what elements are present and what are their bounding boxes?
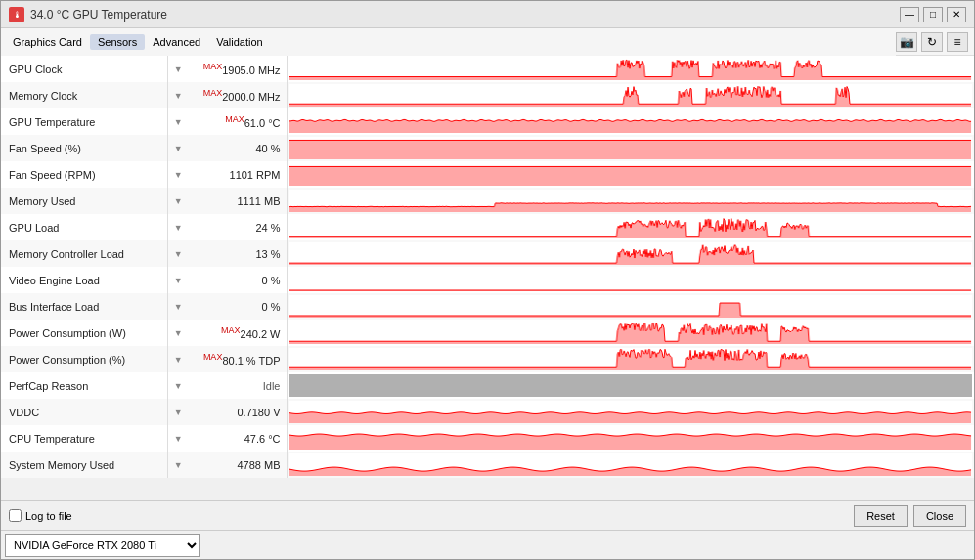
sensor-value: 1101 RPM: [189, 161, 287, 188]
reset-button[interactable]: Reset: [854, 505, 908, 527]
camera-button[interactable]: 📷: [896, 32, 917, 52]
table-row: Power Consumption (%)▼MAX80.1 % TDP: [1, 346, 974, 372]
sensor-dropdown[interactable]: ▼: [167, 399, 189, 425]
sensor-graph: [287, 425, 974, 452]
sensor-value: MAX61.0 °C: [189, 108, 287, 135]
sensor-dropdown[interactable]: ▼: [167, 188, 189, 214]
sensor-graph: [287, 372, 974, 399]
bottom-bar: Log to file Reset Close: [1, 500, 974, 530]
close-app-button[interactable]: Close: [913, 505, 966, 527]
sensor-dropdown[interactable]: ▼: [167, 56, 189, 82]
sensor-name: GPU Load: [1, 214, 167, 240]
refresh-button[interactable]: ↻: [921, 32, 943, 52]
menu-item-validation[interactable]: Validation: [208, 34, 271, 50]
table-row: VDDC▼0.7180 V: [1, 399, 974, 425]
sensor-graph: [287, 320, 974, 346]
sensor-dropdown[interactable]: ▼: [167, 425, 189, 452]
menu-item-graphics-card[interactable]: Graphics Card: [5, 34, 90, 50]
sensor-graph: [287, 240, 974, 267]
sensor-value: MAX80.1 % TDP: [189, 346, 287, 372]
sensor-value: 47.6 °C: [189, 425, 287, 452]
sensor-name: Memory Used: [1, 188, 167, 214]
table-row: System Memory Used▼4788 MB: [1, 452, 974, 478]
sensor-dropdown[interactable]: ▼: [167, 135, 189, 161]
menu-bar: Graphics Card Sensors Advanced Validatio…: [1, 28, 896, 56]
window-title: 34.0 °C GPU Temperature: [30, 8, 900, 22]
sensor-graph: [287, 214, 974, 240]
sensor-dropdown[interactable]: ▼: [167, 372, 189, 399]
sensor-dropdown[interactable]: ▼: [167, 108, 189, 135]
sensor-dropdown[interactable]: ▼: [167, 161, 189, 188]
close-button[interactable]: ✕: [947, 7, 966, 22]
sensor-name: PerfCap Reason: [1, 372, 167, 399]
sensor-dropdown[interactable]: ▼: [167, 267, 189, 293]
sensor-name: GPU Temperature: [1, 108, 167, 135]
table-row: Fan Speed (RPM)▼1101 RPM: [1, 161, 974, 188]
menu-item-advanced[interactable]: Advanced: [145, 34, 208, 50]
log-to-file-label: Log to file: [25, 510, 72, 522]
sensor-value: MAX1905.0 MHz: [189, 56, 287, 82]
sensor-dropdown[interactable]: ▼: [167, 346, 189, 372]
table-row: GPU Temperature▼MAX61.0 °C: [1, 108, 974, 135]
sensor-value: 1111 MB: [189, 188, 287, 214]
sensor-name: Fan Speed (%): [1, 135, 167, 161]
table-row: Fan Speed (%)▼40 %: [1, 135, 974, 161]
sensor-name: CPU Temperature: [1, 425, 167, 452]
sensor-name: Memory Clock: [1, 82, 167, 108]
title-bar-buttons: — □ ✕: [900, 7, 966, 22]
sensor-value: 24 %: [189, 214, 287, 240]
sensors-table: GPU Clock▼MAX1905.0 MHzMemory Clock▼MAX2…: [1, 56, 974, 500]
table-row: CPU Temperature▼47.6 °C: [1, 425, 974, 452]
sensor-name: Fan Speed (RPM): [1, 161, 167, 188]
menu-item-sensors[interactable]: Sensors: [90, 34, 145, 50]
sensor-name: GPU Clock: [1, 56, 167, 82]
sensor-dropdown[interactable]: ▼: [167, 320, 189, 346]
log-to-file-checkbox[interactable]: [9, 509, 22, 522]
sensor-name: Memory Controller Load: [1, 240, 167, 267]
sensor-graph: [287, 82, 974, 108]
sensor-value: 40 %: [189, 135, 287, 161]
sensor-value: 4788 MB: [189, 452, 287, 478]
table-row: Memory Used▼1111 MB: [1, 188, 974, 214]
table-row: Video Engine Load▼0 %: [1, 267, 974, 293]
sensor-graph: [287, 293, 974, 320]
title-bar: 🌡 34.0 °C GPU Temperature — □ ✕: [1, 1, 974, 28]
maximize-button[interactable]: □: [923, 7, 943, 22]
sensor-name: VDDC: [1, 399, 167, 425]
table-row: Bus Interface Load▼0 %: [1, 293, 974, 320]
sensor-graph: [287, 161, 974, 188]
sensor-name: Power Consumption (%): [1, 346, 167, 372]
main-window: 🌡 34.0 °C GPU Temperature — □ ✕ Graphics…: [0, 0, 975, 560]
minimize-button[interactable]: —: [900, 7, 919, 22]
sensor-graph: [287, 452, 974, 478]
sensor-dropdown[interactable]: ▼: [167, 293, 189, 320]
gpu-select[interactable]: NVIDIA GeForce RTX 2080 Ti: [5, 534, 200, 557]
table-row: Memory Controller Load▼13 %: [1, 240, 974, 267]
sensor-value: 13 %: [189, 240, 287, 267]
sensor-value: MAX240.2 W: [189, 320, 287, 346]
sensor-graph: [287, 188, 974, 214]
sensor-dropdown[interactable]: ▼: [167, 452, 189, 478]
sensor-graph: [287, 346, 974, 372]
sensor-graph: [287, 135, 974, 161]
sensor-dropdown[interactable]: ▼: [167, 82, 189, 108]
menu-button[interactable]: ≡: [947, 32, 968, 52]
sensor-graph: [287, 399, 974, 425]
table-row: GPU Load▼24 %: [1, 214, 974, 240]
sensor-name: System Memory Used: [1, 452, 167, 478]
sensor-name: Power Consumption (W): [1, 320, 167, 346]
sensor-dropdown[interactable]: ▼: [167, 240, 189, 267]
window-icon: 🌡: [9, 7, 24, 22]
toolbar: 📷 ↻ ≡: [896, 32, 974, 52]
sensor-value: Idle: [189, 372, 287, 399]
sensor-value: 0 %: [189, 293, 287, 320]
table-row: PerfCap Reason▼Idle: [1, 372, 974, 399]
status-bar: NVIDIA GeForce RTX 2080 Ti: [1, 530, 974, 559]
sensor-graph: [287, 267, 974, 293]
sensor-graph: [287, 56, 974, 82]
sensor-value: 0 %: [189, 267, 287, 293]
sensor-dropdown[interactable]: ▼: [167, 214, 189, 240]
table-row: GPU Clock▼MAX1905.0 MHz: [1, 56, 974, 82]
table-row: Memory Clock▼MAX2000.0 MHz: [1, 82, 974, 108]
sensor-value: 0.7180 V: [189, 399, 287, 425]
